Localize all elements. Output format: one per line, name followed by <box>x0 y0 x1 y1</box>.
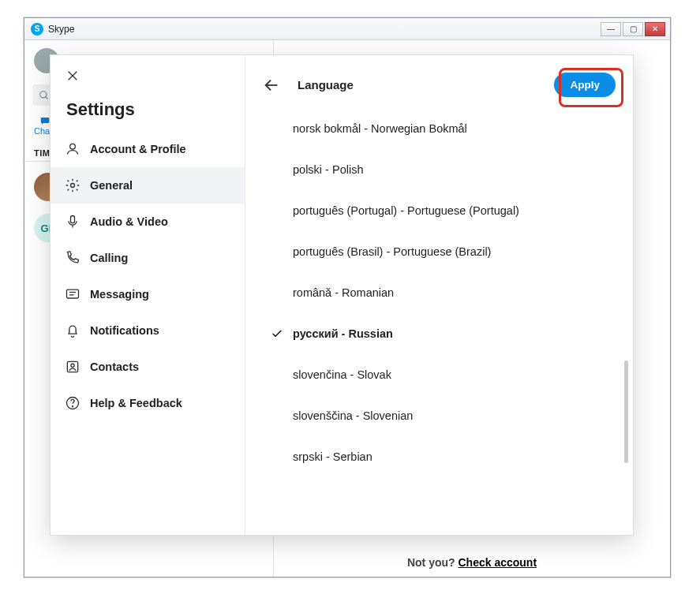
search-icon <box>39 90 50 101</box>
nav-messaging[interactable]: Messaging <box>51 276 245 312</box>
nav-general[interactable]: General <box>51 167 245 204</box>
close-icon <box>66 69 79 82</box>
arrow-left-icon <box>263 77 280 94</box>
not-you-text: Not you? Check account <box>407 556 537 569</box>
nav-account-profile[interactable]: Account & Profile <box>51 131 245 167</box>
nav-label: Notifications <box>90 324 159 337</box>
nav-label: Audio & Video <box>90 215 168 228</box>
language-header: Language Apply <box>245 55 633 108</box>
nav-label: Contacts <box>90 361 139 373</box>
nav-calling[interactable]: Calling <box>51 240 245 276</box>
help-icon <box>65 395 80 411</box>
close-modal-button[interactable] <box>51 55 245 92</box>
language-option-portuguese-br[interactable]: português (Brasil) - Portuguese (Brazil) <box>272 231 612 272</box>
settings-nav: Settings Account & Profile General Audio… <box>51 55 245 535</box>
close-window-button[interactable]: ✕ <box>645 22 665 36</box>
skype-icon: S <box>31 23 43 35</box>
language-option-romanian[interactable]: română - Romanian <box>272 272 612 313</box>
gear-icon <box>65 177 80 193</box>
scrollbar-thumb[interactable] <box>624 361 628 463</box>
back-button[interactable] <box>263 77 280 94</box>
svg-point-14 <box>73 406 73 407</box>
language-option-portuguese-pt[interactable]: português (Portugal) - Portuguese (Portu… <box>272 190 612 231</box>
svg-line-1 <box>46 96 48 99</box>
nav-label: Messaging <box>90 288 149 301</box>
language-panel: Language Apply norsk bokmål - Norwegian … <box>245 55 633 535</box>
settings-modal: Settings Account & Profile General Audio… <box>50 54 634 536</box>
nav-label: Account & Profile <box>90 143 186 155</box>
message-icon <box>65 286 80 302</box>
window-title: Skype <box>48 24 74 35</box>
person-icon <box>65 141 80 157</box>
nav-label: Help & Feedback <box>90 397 182 409</box>
phone-icon <box>65 250 80 266</box>
maximize-button[interactable]: ▢ <box>623 22 643 36</box>
apply-button[interactable]: Apply <box>554 73 616 97</box>
nav-help-feedback[interactable]: Help & Feedback <box>51 385 245 421</box>
svg-rect-8 <box>67 290 79 298</box>
svg-rect-2 <box>41 118 50 123</box>
contacts-icon <box>65 359 80 375</box>
language-list[interactable]: norsk bokmål - Norwegian Bokmål polski -… <box>245 108 633 535</box>
nav-audio-video[interactable]: Audio & Video <box>51 204 245 240</box>
svg-point-0 <box>40 91 47 97</box>
language-option-norwegian[interactable]: norsk bokmål - Norwegian Bokmål <box>272 108 612 149</box>
language-title: Language <box>298 78 354 92</box>
svg-rect-7 <box>71 216 75 223</box>
svg-point-5 <box>70 144 76 149</box>
svg-point-6 <box>71 184 75 188</box>
language-option-serbian[interactable]: srpski - Serbian <box>272 436 612 477</box>
check-icon <box>271 327 283 342</box>
nav-contacts[interactable]: Contacts <box>51 349 245 385</box>
language-option-slovenian[interactable]: slovenščina - Slovenian <box>272 395 612 436</box>
nav-notifications[interactable]: Notifications <box>51 312 245 349</box>
titlebar: S Skype — ▢ ✕ <box>24 18 670 40</box>
mic-icon <box>65 214 80 230</box>
minimize-button[interactable]: — <box>601 22 621 36</box>
bell-icon <box>65 323 80 338</box>
check-account-link[interactable]: Check account <box>458 556 537 569</box>
nav-label: General <box>90 179 133 192</box>
language-option-slovak[interactable]: slovenčina - Slovak <box>272 354 612 395</box>
language-option-russian[interactable]: русский - Russian <box>272 313 612 354</box>
svg-point-12 <box>71 364 74 367</box>
settings-title: Settings <box>51 92 245 131</box>
nav-label: Calling <box>90 252 128 264</box>
language-option-polish[interactable]: polski - Polish <box>272 149 612 190</box>
